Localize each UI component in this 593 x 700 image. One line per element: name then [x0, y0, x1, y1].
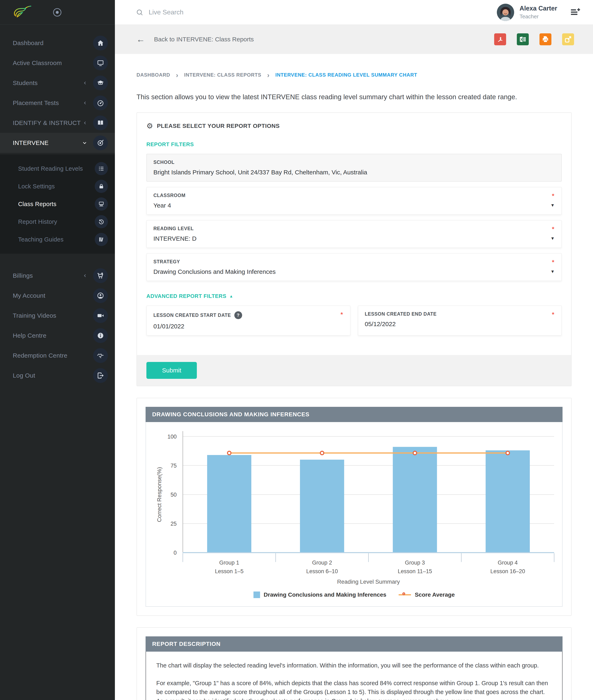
sidebar-nav: Dashboard Active Classroom Students Plac… [0, 25, 115, 254]
sidebar-item-help-centre[interactable]: Help Centre [0, 326, 115, 345]
svg-text:75: 75 [170, 463, 177, 469]
svg-text:Lesson 16–20: Lesson 16–20 [490, 568, 525, 574]
expand-icon[interactable] [562, 33, 574, 45]
target-icon [97, 139, 104, 147]
sidebar-item-teaching-guides[interactable]: Teaching Guides [0, 231, 115, 248]
sidebar-item-training-videos[interactable]: Training Videos [0, 305, 115, 326]
reading-level-value: INTERVENE: D [153, 235, 555, 242]
graduation-cap-icon [97, 79, 104, 87]
sidebar-item-placement-tests[interactable]: Placement Tests [0, 93, 115, 113]
sidebar-item-label: My Account [13, 292, 93, 299]
info-circle-icon [97, 332, 104, 339]
school-value: Bright Islands Primary School, Unit 24/3… [153, 169, 555, 176]
sidebar-collapse-toggle[interactable] [53, 8, 62, 16]
search-input[interactable] [149, 8, 497, 16]
reading-level-select[interactable]: READING LEVEL INTERVENE: D * ▼ [146, 220, 562, 248]
cart-plus-icon [97, 272, 104, 279]
sidebar-item-log-out[interactable]: Log Out [0, 365, 115, 385]
description-paragraph: For example, "Group 1" has a score of 84… [156, 679, 552, 700]
caret-down-icon: ▼ [550, 269, 555, 274]
caret-down-icon: ▼ [550, 203, 555, 208]
sidebar-item-report-history[interactable]: Report History [0, 213, 115, 231]
svg-text:Group 2: Group 2 [312, 560, 332, 566]
breadcrumb-dashboard[interactable]: DASHBOARD [136, 72, 170, 78]
sidebar-header [0, 0, 115, 25]
classroom-select[interactable]: CLASSROOM Year 4 * ▼ [146, 187, 562, 215]
svg-text:Lesson 6–10: Lesson 6–10 [306, 568, 338, 574]
page-content: DASHBOARD › INTERVENE: CLASS REPORTS › I… [115, 54, 593, 700]
sidebar-nav-bottom: Billings My Account Training Videos Help… [0, 257, 115, 385]
sidebar-item-label: Lock Settings [18, 183, 95, 190]
sidebar-item-label: Student Reading Levels [18, 165, 95, 172]
back-link[interactable]: Back to INTERVENE: Class Reports [154, 36, 254, 43]
topbar: Alexa Carter Teacher [115, 0, 593, 25]
svg-text:Correct Response(%): Correct Response(%) [156, 467, 162, 522]
section-intro: This section allows you to view the late… [136, 93, 571, 101]
excel-export-icon[interactable]: X [517, 33, 529, 45]
report-description-panel: REPORT DESCRIPTION The chart will displa… [136, 627, 571, 700]
user-role: Teacher [519, 13, 557, 20]
chart-panel: DRAWING CONCLUSIONS AND MAKING INFERENCE… [136, 398, 571, 616]
chevron-left-icon [82, 273, 88, 278]
svg-text:Group 3: Group 3 [405, 560, 425, 566]
svg-text:X: X [520, 38, 523, 41]
sidebar-item-redemption-centre[interactable]: Redemption Centre [0, 345, 115, 365]
sidebar-item-active-classroom[interactable]: Active Classroom [0, 53, 115, 73]
search-icon [136, 9, 143, 16]
sidebar-item-my-account[interactable]: My Account [0, 286, 115, 305]
end-date-value: 05/12/2022 [365, 321, 555, 328]
breadcrumb-class-reports[interactable]: INTERVENE: CLASS REPORTS [184, 72, 261, 78]
svg-text:Group 4: Group 4 [498, 560, 518, 566]
monitor-icon [97, 59, 104, 67]
playlist-add-icon[interactable] [569, 7, 581, 18]
sidebar-item-label: Training Videos [13, 312, 93, 319]
export-actions: X [494, 33, 574, 45]
sidebar-item-lock-settings[interactable]: Lock Settings [0, 177, 115, 195]
user-menu[interactable]: Alexa Carter Teacher [497, 4, 557, 21]
required-asterisk: * [552, 192, 554, 199]
sidebar-item-label: Students [13, 79, 82, 86]
report-description-title: REPORT DESCRIPTION [146, 636, 562, 652]
svg-text:Lesson 1–5: Lesson 1–5 [215, 568, 244, 574]
end-date-field[interactable]: LESSON CREATED END DATE 05/12/2022 * [358, 305, 562, 336]
back-bar: ← Back to INTERVENE: Class Reports X [115, 25, 593, 54]
help-icon[interactable]: ? [234, 311, 242, 319]
intervene-submenu: Student Reading Levels Lock Settings Cla… [0, 154, 115, 254]
school-label: SCHOOL [153, 160, 555, 165]
books-icon [98, 236, 105, 243]
sidebar-item-students[interactable]: Students [0, 73, 115, 93]
home-icon [97, 39, 104, 47]
sidebar-item-identify-instruct[interactable]: IDENTIFY & INSTRUCT [0, 113, 115, 133]
sidebar-item-intervene[interactable]: INTERVENE [0, 133, 115, 153]
caret-up-icon: ▲ [229, 294, 233, 298]
legend-label: Score Average [415, 591, 454, 598]
list-icon [98, 166, 105, 172]
print-icon[interactable] [540, 33, 551, 45]
sidebar-item-label: Teaching Guides [18, 236, 95, 243]
advanced-filters-toggle[interactable]: ADVANCED REPORT FILTERS ▲ [146, 293, 562, 299]
sidebar-item-class-reports[interactable]: Class Reports [0, 195, 115, 213]
chart-area: 0255075100Correct Response(%)Group 1Less… [146, 422, 562, 607]
chevron-left-icon [82, 120, 88, 126]
strategy-value: Drawing Conclusions and Making Inference… [153, 268, 555, 275]
submit-button[interactable]: Submit [146, 362, 197, 379]
sidebar-item-student-reading-levels[interactable]: Student Reading Levels [0, 160, 115, 177]
strategy-select[interactable]: STRATEGY Drawing Conclusions and Making … [146, 253, 562, 281]
back-arrow-icon[interactable]: ← [136, 35, 145, 44]
report-description-body: The chart will display the selected read… [146, 652, 562, 700]
legend-item[interactable]: Drawing Conclusions and Making Inference… [253, 591, 387, 598]
pdf-export-icon[interactable] [494, 33, 506, 45]
lock-icon [98, 183, 105, 190]
legend-item[interactable]: Score Average [399, 591, 454, 598]
svg-text:Group 1: Group 1 [219, 560, 239, 566]
svg-text:Reading Level Summary: Reading Level Summary [337, 579, 400, 585]
user-name: Alexa Carter [519, 5, 557, 12]
sidebar-item-dashboard[interactable]: Dashboard [0, 33, 115, 53]
breadcrumb: DASHBOARD › INTERVENE: CLASS REPORTS › I… [136, 72, 571, 78]
history-icon [98, 219, 105, 225]
hummingbird-logo [12, 4, 33, 20]
chart-panel-title: DRAWING CONCLUSIONS AND MAKING INFERENCE… [146, 407, 562, 422]
avatar [497, 4, 514, 21]
start-date-field[interactable]: LESSON CREATED START DATE ? 01/01/2022 * [146, 305, 350, 336]
sidebar-item-billings[interactable]: Billings [0, 265, 115, 286]
